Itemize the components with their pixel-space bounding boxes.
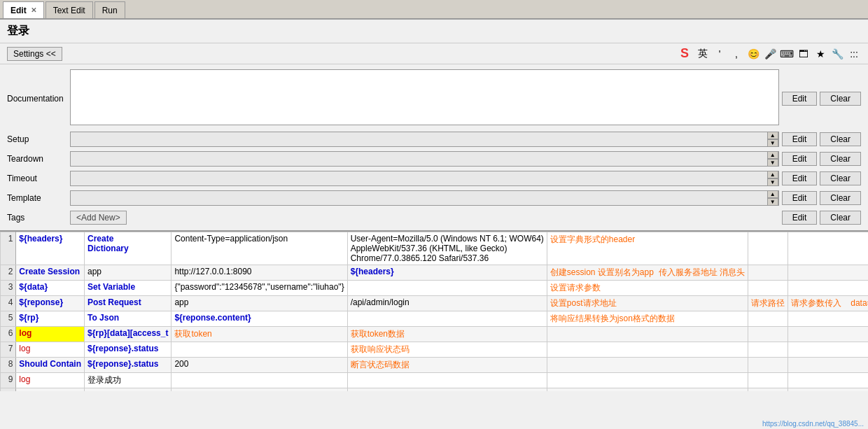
table-cell[interactable]: [748, 281, 788, 296]
settings-button[interactable]: Settings <<: [7, 47, 62, 61]
table-cell[interactable]: log: [16, 342, 85, 358]
table-cell[interactable]: [748, 358, 788, 373]
table-cell[interactable]: 设置字典形式的header: [547, 232, 748, 265]
table-cell[interactable]: Create Dictionary: [85, 232, 172, 265]
table-cell[interactable]: [547, 388, 748, 392]
table-cell[interactable]: [748, 373, 788, 388]
comma-icon[interactable]: ,: [729, 47, 743, 61]
tags-clear-button[interactable]: Clear: [820, 211, 861, 225]
table-cell[interactable]: Content-Type=application/json: [172, 232, 347, 265]
table-cell[interactable]: ${reponse}.status: [85, 358, 172, 373]
table-cell[interactable]: [748, 232, 788, 265]
table-row[interactable]: 6log${rp}[data][access_t获取token获取token数据: [1, 327, 869, 342]
teardown-spinner-down[interactable]: ▼: [767, 159, 778, 167]
table-cell[interactable]: log: [16, 373, 85, 388]
table-row[interactable]: 10: [1, 388, 869, 392]
window-icon[interactable]: 🗔: [797, 47, 811, 61]
table-row[interactable]: 9log登录成功: [1, 373, 869, 388]
skin-icon[interactable]: ★: [813, 47, 827, 61]
table-cell[interactable]: app: [172, 296, 347, 311]
table-cell[interactable]: ${reponse.content}: [172, 311, 347, 327]
table-cell[interactable]: 登录成功: [85, 373, 172, 388]
lang-icon[interactable]: 英: [696, 47, 710, 61]
table-cell[interactable]: [748, 342, 788, 358]
tab-run[interactable]: Run: [94, 1, 125, 18]
table-cell[interactable]: 请求参数传入 data=${d: [788, 296, 868, 311]
table-cell[interactable]: [347, 281, 547, 296]
table-cell[interactable]: [788, 232, 868, 265]
table-cell[interactable]: ${headers}: [16, 232, 85, 265]
tab-edit[interactable]: Edit ✕: [3, 1, 44, 18]
table-cell[interactable]: Create Session: [16, 265, 85, 281]
table-cell[interactable]: 断言状态码数据: [347, 358, 547, 373]
tab-text-edit[interactable]: Text Edit: [46, 1, 93, 18]
timeout-spinner-up[interactable]: ▲: [767, 171, 778, 178]
table-cell[interactable]: [748, 327, 788, 342]
emoji-icon[interactable]: 😊: [746, 47, 760, 61]
table-cell[interactable]: Set Variable: [85, 281, 172, 296]
table-cell[interactable]: ${rp}[data][access_t: [85, 327, 172, 342]
table-cell[interactable]: [347, 311, 547, 327]
table-cell[interactable]: 创建session 设置别名为app 传入服务器地址 消息头: [547, 265, 748, 281]
table-cell[interactable]: [547, 373, 748, 388]
table-row[interactable]: 8Should Contain${reponse}.status200断言状态码…: [1, 358, 869, 373]
table-cell[interactable]: [547, 342, 748, 358]
table-cell[interactable]: 设置post请求地址: [547, 296, 748, 311]
table-cell[interactable]: 获取响应状态码: [347, 342, 547, 358]
table-cell[interactable]: 获取token: [172, 327, 347, 342]
table-cell[interactable]: [788, 327, 868, 342]
table-cell[interactable]: [547, 358, 748, 373]
table-row[interactable]: 1${headers}Create DictionaryContent-Type…: [1, 232, 869, 265]
mic-icon[interactable]: 🎤: [763, 47, 777, 61]
template-clear-button[interactable]: Clear: [820, 191, 861, 205]
template-spinner-down[interactable]: ▼: [767, 198, 778, 206]
table-cell[interactable]: http://127.0.0.1:8090: [172, 265, 347, 281]
table-cell[interactable]: 200: [172, 358, 347, 373]
table-cell[interactable]: Should Contain: [16, 358, 85, 373]
tags-add-button[interactable]: <Add New>: [70, 211, 127, 225]
table-cell[interactable]: [788, 342, 868, 358]
documentation-edit-button[interactable]: Edit: [782, 92, 818, 106]
table-cell[interactable]: [172, 388, 347, 392]
table-cell[interactable]: [748, 388, 788, 392]
table-cell[interactable]: /api/admin/login: [347, 296, 547, 311]
table-cell[interactable]: [788, 373, 868, 388]
table-cell[interactable]: [347, 373, 547, 388]
table-cell[interactable]: [547, 327, 748, 342]
table-cell[interactable]: ${reponse}: [16, 296, 85, 311]
punct-icon[interactable]: ': [713, 47, 727, 61]
table-row[interactable]: 4${reponse}Post Requestapp/api/admin/log…: [1, 296, 869, 311]
teardown-edit-button[interactable]: Edit: [782, 152, 818, 166]
table-cell[interactable]: ${rp}: [16, 311, 85, 327]
tags-edit-button[interactable]: Edit: [782, 211, 818, 225]
table-cell[interactable]: 获取token数据: [347, 327, 547, 342]
table-cell[interactable]: [172, 373, 347, 388]
table-cell[interactable]: [172, 342, 347, 358]
setup-spinner-down[interactable]: ▼: [767, 139, 778, 147]
setup-spinner-up[interactable]: ▲: [767, 132, 778, 139]
setup-clear-button[interactable]: Clear: [820, 132, 861, 146]
table-cell[interactable]: To Json: [85, 311, 172, 327]
setup-input[interactable]: [71, 134, 767, 144]
teardown-input[interactable]: [71, 154, 767, 164]
table-cell[interactable]: [788, 265, 868, 281]
table-row[interactable]: 2Create Sessionapphttp://127.0.0.1:8090$…: [1, 265, 869, 281]
table-cell[interactable]: [16, 388, 85, 392]
settings-icon[interactable]: 🔧: [830, 47, 844, 61]
table-cell[interactable]: User-Agent=Mozilla/5.0 (Windows NT 6.1; …: [347, 232, 547, 265]
timeout-edit-button[interactable]: Edit: [782, 171, 818, 185]
setup-edit-button[interactable]: Edit: [782, 132, 818, 146]
table-cell[interactable]: {"password":"12345678","username":"liuha…: [172, 281, 347, 296]
table-cell[interactable]: Post Request: [85, 296, 172, 311]
table-cell[interactable]: [788, 281, 868, 296]
table-row[interactable]: 5${rp}To Json${reponse.content}将响应结果转换为j…: [1, 311, 869, 327]
menu-icon[interactable]: :::: [847, 47, 861, 61]
table-cell[interactable]: ${data}: [16, 281, 85, 296]
table-cell[interactable]: [748, 311, 788, 327]
table-cell[interactable]: [788, 358, 868, 373]
table-cell[interactable]: [788, 388, 868, 392]
timeout-spinner-down[interactable]: ▼: [767, 178, 778, 186]
tab-edit-close[interactable]: ✕: [31, 6, 36, 14]
keyword-table-area[interactable]: 1${headers}Create DictionaryContent-Type…: [0, 230, 868, 391]
table-cell[interactable]: 设置请求参数: [547, 281, 748, 296]
